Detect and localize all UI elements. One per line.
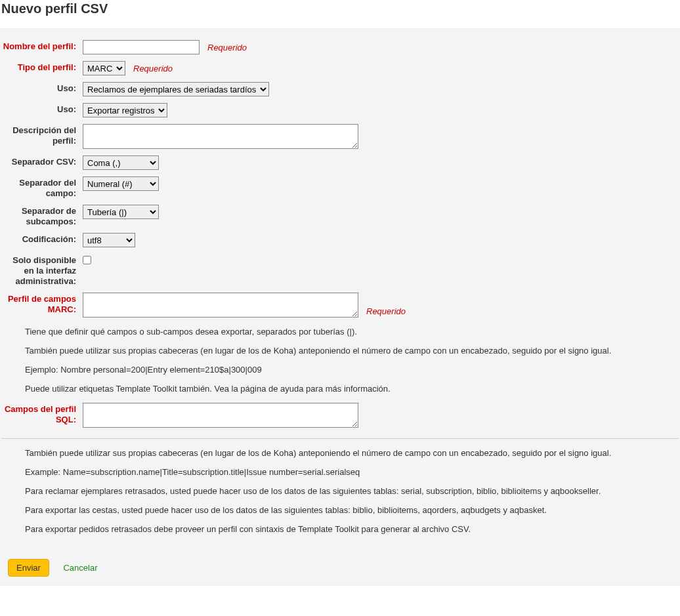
- row-staff-only: Solo disponible en la interfaz administr…: [1, 254, 679, 286]
- label-profile-name: Nombre del perfil:: [1, 40, 83, 52]
- help-sql-p5: Para exportar pedidos retrasados debe pr…: [25, 524, 679, 534]
- hint-required-marc: Requerido: [366, 306, 406, 316]
- encoding-select[interactable]: utf8: [83, 233, 135, 247]
- row-marc-fields: Perfil de campos MARC: Requerido: [1, 293, 679, 318]
- csv-separator-select[interactable]: Coma (,): [83, 155, 159, 170]
- label-profile-type: Tipo del perfil:: [1, 61, 83, 73]
- help-sql-p2: Example: Name=subscription.name|Title=su…: [25, 467, 679, 477]
- form-container: Nombre del perfil: Requerido Tipo del pe…: [0, 28, 680, 550]
- row-profile-type: Tipo del perfil: MARC Requerido: [1, 61, 679, 75]
- help-sql: También puede utilizar sus propias cabec…: [25, 448, 679, 534]
- row-description: Descripción del perfil:: [1, 124, 679, 149]
- label-subfield-separator: Separador de subcampos:: [1, 205, 83, 226]
- row-sql-fields: Campos del perfil SQL:: [1, 403, 679, 428]
- actions-bar: Enviar Cancelar: [0, 550, 680, 586]
- help-sql-p4: Para exportar las cestas, usted puede ha…: [25, 505, 679, 515]
- staff-only-checkbox[interactable]: [83, 256, 91, 264]
- row-subfield-separator: Separador de subcampos: Tubería (|): [1, 205, 679, 226]
- label-csv-separator: Separador CSV:: [1, 155, 83, 167]
- hint-required-name: Requerido: [207, 43, 247, 52]
- profile-type-select[interactable]: MARC: [83, 61, 125, 75]
- marc-fields-textarea[interactable]: [83, 293, 358, 318]
- row-field-separator: Separador del campo: Numeral (#): [1, 176, 679, 198]
- usage-2-select[interactable]: Exportar registros: [83, 103, 167, 117]
- label-staff-only: Solo disponible en la interfaz administr…: [1, 254, 83, 286]
- label-encoding: Codificación:: [1, 233, 83, 245]
- label-sql-fields: Campos del perfil SQL:: [1, 403, 83, 424]
- label-usage-2: Uso:: [1, 103, 83, 115]
- label-usage-1: Uso:: [1, 82, 83, 94]
- label-field-separator: Separador del campo:: [1, 176, 83, 198]
- usage-1-select[interactable]: Reclamos de ejemplares de seriadas tardí…: [83, 82, 269, 96]
- row-encoding: Codificación: utf8: [1, 233, 679, 247]
- row-profile-name: Nombre del perfil: Requerido: [1, 40, 679, 54]
- page-title: Nuevo perfil CSV: [1, 1, 679, 16]
- cancel-link[interactable]: Cancelar: [63, 563, 97, 573]
- subfield-separator-select[interactable]: Tubería (|): [83, 205, 159, 219]
- row-usage-2: Uso: Exportar registros: [1, 103, 679, 117]
- help-marc-p3: Ejemplo: Nombre personal=200|Entry eleme…: [25, 365, 679, 375]
- sql-fields-textarea[interactable]: [83, 403, 358, 428]
- field-separator-select[interactable]: Numeral (#): [83, 176, 159, 191]
- divider: [1, 438, 679, 439]
- help-sql-p3: Para reclamar ejemplares retrasados, ust…: [25, 486, 679, 496]
- help-marc-p4: Puede utilizar etiquetas Template Toolki…: [25, 384, 679, 394]
- label-marc-fields: Perfil de campos MARC:: [1, 293, 83, 314]
- label-description: Descripción del perfil:: [1, 124, 83, 146]
- row-usage-1: Uso: Reclamos de ejemplares de seriadas …: [1, 82, 679, 96]
- csv-profile-form: Nombre del perfil: Requerido Tipo del pe…: [1, 40, 679, 534]
- submit-button[interactable]: Enviar: [8, 559, 49, 577]
- row-csv-separator: Separador CSV: Coma (,): [1, 155, 679, 170]
- description-textarea[interactable]: [83, 124, 358, 149]
- hint-required-type: Requerido: [133, 64, 173, 73]
- help-sql-p1: También puede utilizar sus propias cabec…: [25, 448, 679, 458]
- help-marc-p2: También puede utilizar sus propias cabec…: [25, 346, 679, 356]
- help-marc-p1: Tiene que definir qué campos o sub-campo…: [25, 327, 679, 337]
- help-marc: Tiene que definir qué campos o sub-campo…: [25, 327, 679, 394]
- profile-name-input[interactable]: [83, 40, 200, 54]
